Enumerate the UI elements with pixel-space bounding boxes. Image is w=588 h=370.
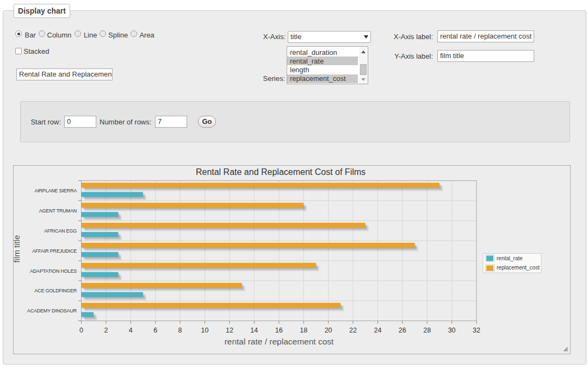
svg-text:rental_rate: rental_rate <box>497 255 523 261</box>
svg-text:20: 20 <box>325 327 332 334</box>
svg-text:AFRICAN EGG: AFRICAN EGG <box>44 228 77 234</box>
svg-text:ADAPTATION HOLES: ADAPTATION HOLES <box>30 268 77 274</box>
svg-text:0: 0 <box>79 327 83 334</box>
svg-text:AFFAIR PREJUDICE: AFFAIR PREJUDICE <box>32 248 77 254</box>
svg-text:12: 12 <box>226 327 233 334</box>
svg-text:4: 4 <box>129 327 133 334</box>
svg-text:ACADEMY DINOSAUR: ACADEMY DINOSAUR <box>27 308 77 313</box>
svg-text:rental rate / replacement cost: rental rate / replacement cost <box>225 337 334 346</box>
svg-text:22: 22 <box>349 327 357 334</box>
svg-text:14: 14 <box>250 327 258 334</box>
svg-text:AGENT TRUMAN: AGENT TRUMAN <box>39 208 77 214</box>
svg-text:2: 2 <box>104 327 108 334</box>
svg-text:AIRPLANE SIERRA: AIRPLANE SIERRA <box>34 188 77 193</box>
svg-text:24: 24 <box>374 327 381 334</box>
svg-text:film title: film title <box>14 235 21 263</box>
svg-text:18: 18 <box>300 327 307 334</box>
svg-text:replacement_cost: replacement_cost <box>497 265 540 271</box>
svg-text:16: 16 <box>275 327 283 334</box>
svg-text:30: 30 <box>448 327 456 334</box>
svg-text:8: 8 <box>178 327 182 334</box>
svg-text:10: 10 <box>201 327 209 334</box>
svg-text:28: 28 <box>423 327 431 334</box>
svg-text:6: 6 <box>153 327 157 334</box>
svg-text:26: 26 <box>399 327 406 334</box>
svg-text:ACE GOLDFINGER: ACE GOLDFINGER <box>34 288 77 293</box>
svg-text:Rental Rate and Replacement Co: Rental Rate and Replacement Cost of Film… <box>196 167 366 177</box>
svg-text:32: 32 <box>473 327 480 334</box>
